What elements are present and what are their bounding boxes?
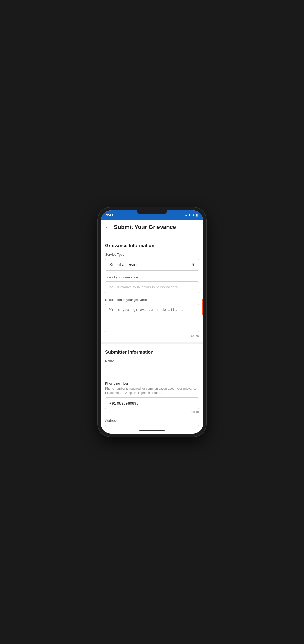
grievance-description-textarea[interactable] xyxy=(105,304,199,332)
phone-hint: Phone number is required for communicati… xyxy=(105,386,199,395)
home-indicator xyxy=(101,426,203,434)
service-type-select-wrapper: Select a service Water Supply Electricit… xyxy=(105,259,199,271)
back-button[interactable]: ← xyxy=(105,224,111,230)
grievance-section: Grievance Information Service Type Selec… xyxy=(105,239,199,338)
phone-number-value: 9898989898 xyxy=(117,401,138,406)
submitter-section: Submitter Information Name Phone number … xyxy=(105,345,199,426)
status-time: 5:41 xyxy=(106,213,113,217)
scroll-content: Grievance Information Service Type Selec… xyxy=(101,234,203,426)
cloud-icon: ☁ xyxy=(185,213,188,217)
description-char-count: 0/255 xyxy=(105,334,199,338)
submitter-section-title: Submitter Information xyxy=(105,350,199,355)
grievance-title-label: Title of your grievance xyxy=(105,275,199,279)
page-title: Submit Your Grievance xyxy=(114,224,176,230)
signal-icon: ▲ xyxy=(192,213,195,217)
name-input[interactable] xyxy=(105,365,199,377)
name-label: Name xyxy=(105,359,199,363)
phone-input-wrapper[interactable]: +91 9898989898 xyxy=(105,397,199,409)
home-bar xyxy=(139,430,165,431)
grievance-section-title: Grievance Information xyxy=(105,243,199,249)
name-group: Name xyxy=(105,359,199,377)
grievance-description-group: Description of your grievance 0/255 xyxy=(105,298,199,338)
grievance-title-input[interactable] xyxy=(105,281,199,293)
content-area: Grievance Information Service Type Selec… xyxy=(101,234,203,426)
address-input[interactable] xyxy=(105,425,199,426)
app-bar: ← Submit Your Grievance xyxy=(101,220,203,234)
grievance-title-group: Title of your grievance xyxy=(105,275,199,293)
phone-label: Phone number xyxy=(105,382,199,385)
status-icons: ☁ ▾ ▲ ▮ xyxy=(185,213,198,217)
phone-char-count: 10/10 xyxy=(105,410,199,414)
service-type-group: Service Type Select a service Water Supp… xyxy=(105,253,199,271)
phone-prefix: +91 xyxy=(109,401,116,406)
wifi-icon: ▾ xyxy=(189,213,190,217)
phone-group: Phone number Phone number is required fo… xyxy=(105,382,199,414)
grievance-description-label: Description of your grievance xyxy=(105,298,199,302)
address-label: Address xyxy=(105,419,199,423)
service-type-label: Service Type xyxy=(105,253,199,257)
address-group: Address xyxy=(105,419,199,426)
service-type-select[interactable]: Select a service Water Supply Electricit… xyxy=(105,259,199,271)
status-bar: 5:41 ☁ ▾ ▲ ▮ xyxy=(101,210,203,220)
section-divider xyxy=(101,342,203,344)
battery-icon: ▮ xyxy=(196,213,198,217)
